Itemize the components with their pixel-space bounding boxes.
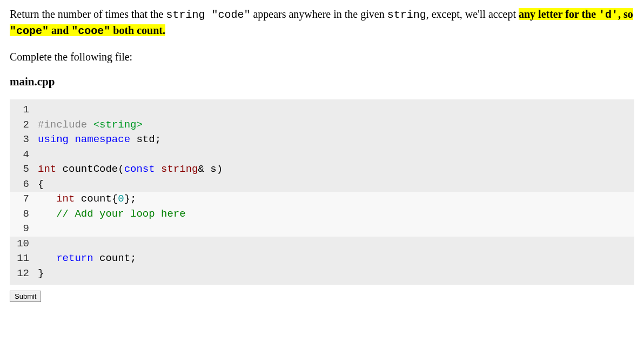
line-number: 6 xyxy=(10,177,38,192)
line-number: 11 xyxy=(10,251,38,266)
code-line: 10 xyxy=(10,237,634,252)
line-number: 7 xyxy=(10,192,38,207)
line-number: 1 xyxy=(10,103,38,118)
code-line: 5 int countCode(const string& s) xyxy=(10,162,634,177)
submit-button[interactable]: Submit xyxy=(10,291,41,302)
code-literal: string "code" xyxy=(166,9,250,21)
code-content: { xyxy=(38,177,44,192)
code-line-editable[interactable]: 9 xyxy=(10,222,634,237)
line-number: 3 xyxy=(10,132,38,147)
code-content: #include <string> xyxy=(38,118,143,133)
code-content: using namespace std; xyxy=(38,132,161,147)
code-literal: string xyxy=(387,9,426,21)
code-editor: 1 2 #include <string> 3 using namespace … xyxy=(10,99,634,285)
text: Return the number of times that the xyxy=(10,8,166,20)
line-number: 10 xyxy=(10,237,38,252)
line-number: 8 xyxy=(10,207,38,222)
code-line: 6 { xyxy=(10,177,634,192)
code-content: int count{0}; xyxy=(38,192,136,207)
code-content: return count; xyxy=(38,251,136,266)
text: appears anywhere in the given xyxy=(250,8,387,20)
code-content: // Add your loop here xyxy=(38,207,186,222)
code-content: } xyxy=(38,266,44,281)
code-line-editable[interactable]: 7 int count{0}; xyxy=(10,192,634,207)
code-line: 4 xyxy=(10,147,634,163)
code-line: 1 xyxy=(10,103,634,118)
line-number: 9 xyxy=(10,222,38,237)
code-line: 12 } xyxy=(10,266,634,281)
code-line-editable[interactable]: 8 // Add your loop here xyxy=(10,207,634,222)
text: , except, we'll accept xyxy=(426,8,519,20)
line-number: 4 xyxy=(10,147,38,163)
filename-heading: main.cpp xyxy=(10,75,634,89)
code-line: 11 return count; xyxy=(10,251,634,266)
line-number: 2 xyxy=(10,118,38,133)
instruction-text: Complete the following file: xyxy=(10,51,634,63)
line-number: 12 xyxy=(10,266,38,281)
line-number: 5 xyxy=(10,162,38,177)
code-line: 2 #include <string> xyxy=(10,118,634,133)
problem-statement: Return the number of times that the stri… xyxy=(10,6,634,39)
code-content: int countCode(const string& s) xyxy=(38,162,223,177)
code-line: 3 using namespace std; xyxy=(10,132,634,147)
